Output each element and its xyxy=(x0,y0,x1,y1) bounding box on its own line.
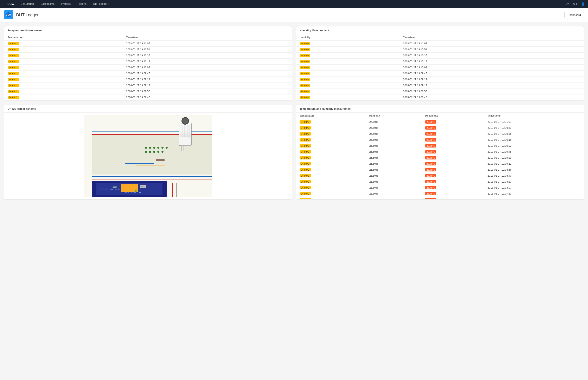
humidity-table-scroll[interactable]: Humidity Timestamp 25.60% 2018-02-27 19:… xyxy=(296,34,584,100)
comb-timestamp: 2018-02-27 19:08:23 xyxy=(484,179,584,185)
comb-hum-value: 25.60% xyxy=(366,143,422,149)
settings-icon[interactable]: ⚙▾ xyxy=(572,1,578,6)
comb-heat-badge: 23.78°C xyxy=(425,174,436,177)
svg-point-10 xyxy=(149,147,151,149)
comb-heat-value: 23.78°C xyxy=(422,185,484,191)
comb-heat-badge: 23.78°C xyxy=(425,168,436,171)
hum-badge: 25.60% xyxy=(300,96,310,99)
comb-heat-col-header: Heat Index xyxy=(422,113,484,119)
hum-timestamp: 2018-02-27 19:10:18 xyxy=(400,58,584,65)
comb-temp-value: 24.60°C xyxy=(296,161,366,167)
comb-temp-value: 24.60°C xyxy=(296,179,366,185)
comb-temp-badge: 24.60°C xyxy=(300,150,311,153)
comb-temp-value: 24.60°C xyxy=(296,149,366,155)
table-row: 24.60°C 25.50% 23.78°C 2018-02-27 19:10:… xyxy=(296,131,584,137)
table-row: 24.60°C 2018-02-27 19:10:35 xyxy=(4,53,292,58)
combined-table-scroll[interactable]: Temperature Humidity Heat Index Timestam… xyxy=(296,113,584,199)
svg-text:RST: RST xyxy=(113,187,116,188)
comb-temp-value: 24.60°C xyxy=(296,155,366,161)
hum-timestamp: 2018-02-27 19:10:02 xyxy=(400,65,584,71)
comb-timestamp: 2018-02-27 19:10:51 xyxy=(484,125,584,131)
comb-heat-badge: 23.78°C xyxy=(425,132,436,135)
comb-temp-badge: 24.60°C xyxy=(300,192,311,195)
table-row: 24.60°C 25.50% 23.78°C 2018-02-27 19:10:… xyxy=(296,137,584,143)
comb-heat-value: 23.78°C xyxy=(422,191,484,197)
nav-get-started[interactable]: Get Started ▾ xyxy=(18,1,38,7)
comb-temp-value: 24.60°C xyxy=(296,137,366,143)
comb-timestamp: 2018-02-27 19:11:07 xyxy=(484,119,584,125)
temp-timestamp: 2018-02-27 19:08:56 xyxy=(123,89,292,95)
svg-point-19 xyxy=(162,151,163,153)
hum-timestamp: 2018-02-27 19:08:56 xyxy=(400,89,584,95)
nav-projects[interactable]: Projects ▾ xyxy=(59,1,75,7)
humidity-panel: Humidity Measurement Humidity Timestamp … xyxy=(296,26,584,100)
temperature-table-scroll[interactable]: Temperature Timestamp 24.60°C 2018-02-27… xyxy=(4,34,292,100)
nav-dashboards-label: Dashboards xyxy=(41,2,54,5)
table-row: 24.60°C 2018-02-27 19:10:02 xyxy=(4,65,292,71)
svg-point-14 xyxy=(165,147,168,149)
table-row: 24.60°C 2018-02-27 19:09:45 xyxy=(4,71,292,76)
bottom-panel-row: DHT22 logger scheme xyxy=(4,105,584,199)
combined-panel: Temperature and Humidity Measurement Tem… xyxy=(296,105,584,199)
comb-timestamp: 2018-02-27 19:10:02 xyxy=(484,143,584,149)
temp-ts-col-header: Timestamp xyxy=(123,34,292,41)
logo-icon: UCW xyxy=(6,12,12,18)
temp-timestamp: 2018-02-27 19:08:40 xyxy=(123,95,292,100)
temp-badge: 24.60°C xyxy=(8,72,19,75)
user-avatar[interactable]: 👤 xyxy=(580,1,586,6)
help-icon[interactable]: ?▾ xyxy=(565,1,570,6)
hum-value: 25.60% xyxy=(296,65,400,71)
svg-rect-20 xyxy=(156,159,164,161)
hum-value: 25.60% xyxy=(296,95,400,100)
comb-temp-badge: 24.60°C xyxy=(300,156,311,159)
comb-hum-value: 25.60% xyxy=(366,155,422,161)
temp-badge: 24.60°C xyxy=(8,54,19,57)
table-row: 25.50% 2018-02-27 19:10:18 xyxy=(296,58,584,65)
chevron-down-icon: ▾ xyxy=(108,3,109,5)
comb-timestamp: 2018-02-27 19:08:07 xyxy=(484,185,584,191)
temp-value: 24.60°C xyxy=(4,47,123,53)
comb-heat-badge: 23.78°C xyxy=(425,144,436,148)
chevron-down-icon: ▾ xyxy=(87,3,88,5)
dashboard-button[interactable]: Dashboard xyxy=(565,12,584,18)
nav-dht-logger[interactable]: DHT Logger ▾ xyxy=(91,1,111,7)
svg-text:UCW: UCW xyxy=(6,14,12,16)
comb-hum-value: 25.50% xyxy=(366,197,422,199)
hum-badge: 25.50% xyxy=(300,54,310,57)
hum-timestamp: 2018-02-27 19:09:12 xyxy=(400,82,584,89)
comb-heat-badge: 23.78°C xyxy=(425,192,436,195)
nav-dashboards[interactable]: Dashboards ▾ xyxy=(39,1,58,7)
hum-timestamp: 2018-02-27 19:10:51 xyxy=(400,47,584,53)
table-row: 24.60°C 2018-02-27 19:08:40 xyxy=(4,95,292,100)
comb-temp-value: 24.60°C xyxy=(296,185,366,191)
svg-point-11 xyxy=(153,147,155,149)
comb-hum-value: 25.60% xyxy=(366,173,422,179)
comb-timestamp: 2018-02-27 19:09:12 xyxy=(484,161,584,167)
table-row: 24.60°C 25.60% 23.78°C 2018-02-27 19:10:… xyxy=(296,143,584,149)
breadboard-svg: // We'll place dots via SVG xyxy=(84,115,212,197)
comb-hum-value: 25.60% xyxy=(366,191,422,197)
comb-temp-value: 24.60°C xyxy=(296,197,366,199)
table-row: 24.60°C 25.60% 23.78°C 2018-02-27 19:09:… xyxy=(296,155,584,161)
humidity-table: Humidity Timestamp 25.60% 2018-02-27 19:… xyxy=(296,34,584,100)
comb-temp-badge: 24.60°C xyxy=(300,168,311,171)
temperature-panel-title: Temperature Measurement xyxy=(4,26,292,34)
comb-heat-badge: 23.78°C xyxy=(425,126,436,130)
temp-badge: 24.60°C xyxy=(8,96,19,99)
temp-value: 24.60°C xyxy=(4,95,123,100)
hamburger-icon[interactable]: ☰ xyxy=(2,2,5,6)
comb-heat-value: 23.78°C xyxy=(422,137,484,143)
table-row: 24.60°C 25.60% 23.78°C 2018-02-27 19:07:… xyxy=(296,191,584,197)
hum-badge: 25.60% xyxy=(300,66,310,69)
table-row: 25.60% 2018-02-27 19:08:56 xyxy=(296,89,584,95)
temp-value: 24.60°C xyxy=(4,82,123,89)
comb-temp-badge: 24.60°C xyxy=(300,144,311,148)
temp-timestamp: 2018-02-27 19:09:45 xyxy=(123,71,292,76)
nav-reports[interactable]: Reports ▾ xyxy=(75,1,90,7)
comb-temp-value: 24.60°C xyxy=(296,125,366,131)
comb-temp-value: 24.60°C xyxy=(296,143,366,149)
combined-panel-title: Temperature and Humidity Measurement xyxy=(296,105,584,113)
comb-heat-value: 23.78°C xyxy=(422,143,484,149)
hum-value: 25.60% xyxy=(296,89,400,95)
comb-timestamp: 2018-02-27 19:07:34 xyxy=(484,197,584,199)
